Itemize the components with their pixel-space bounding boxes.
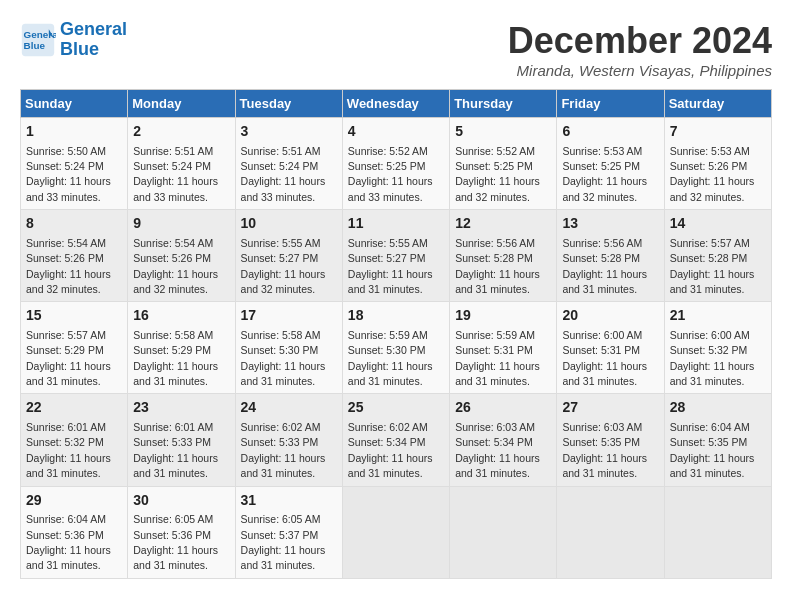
- day-info: Sunrise: 5:51 AMSunset: 5:24 PMDaylight:…: [133, 145, 218, 203]
- day-number: 2: [133, 122, 229, 142]
- calendar-cell: 23Sunrise: 6:01 AMSunset: 5:33 PMDayligh…: [128, 394, 235, 486]
- day-number: 8: [26, 214, 122, 234]
- day-number: 10: [241, 214, 337, 234]
- day-number: 21: [670, 306, 766, 326]
- day-number: 17: [241, 306, 337, 326]
- day-info: Sunrise: 5:56 AMSunset: 5:28 PMDaylight:…: [455, 237, 540, 295]
- calendar-week-1: 8Sunrise: 5:54 AMSunset: 5:26 PMDaylight…: [21, 210, 772, 302]
- calendar-cell: 29Sunrise: 6:04 AMSunset: 5:36 PMDayligh…: [21, 486, 128, 578]
- day-number: 18: [348, 306, 444, 326]
- calendar-cell: 1Sunrise: 5:50 AMSunset: 5:24 PMDaylight…: [21, 118, 128, 210]
- day-info: Sunrise: 6:02 AMSunset: 5:33 PMDaylight:…: [241, 421, 326, 479]
- month-title: December 2024: [508, 20, 772, 62]
- calendar-cell: 14Sunrise: 5:57 AMSunset: 5:28 PMDayligh…: [664, 210, 771, 302]
- day-info: Sunrise: 6:00 AMSunset: 5:32 PMDaylight:…: [670, 329, 755, 387]
- calendar-cell: 4Sunrise: 5:52 AMSunset: 5:25 PMDaylight…: [342, 118, 449, 210]
- day-info: Sunrise: 5:53 AMSunset: 5:26 PMDaylight:…: [670, 145, 755, 203]
- day-number: 28: [670, 398, 766, 418]
- day-number: 6: [562, 122, 658, 142]
- day-number: 13: [562, 214, 658, 234]
- day-info: Sunrise: 6:03 AMSunset: 5:34 PMDaylight:…: [455, 421, 540, 479]
- day-info: Sunrise: 5:54 AMSunset: 5:26 PMDaylight:…: [133, 237, 218, 295]
- title-block: December 2024 Miranda, Western Visayas, …: [508, 20, 772, 79]
- day-info: Sunrise: 5:57 AMSunset: 5:29 PMDaylight:…: [26, 329, 111, 387]
- day-number: 3: [241, 122, 337, 142]
- day-info: Sunrise: 6:02 AMSunset: 5:34 PMDaylight:…: [348, 421, 433, 479]
- day-number: 23: [133, 398, 229, 418]
- calendar-cell: 9Sunrise: 5:54 AMSunset: 5:26 PMDaylight…: [128, 210, 235, 302]
- calendar-week-3: 22Sunrise: 6:01 AMSunset: 5:32 PMDayligh…: [21, 394, 772, 486]
- day-number: 29: [26, 491, 122, 511]
- day-number: 11: [348, 214, 444, 234]
- day-header-thursday: Thursday: [450, 90, 557, 118]
- day-info: Sunrise: 6:04 AMSunset: 5:36 PMDaylight:…: [26, 513, 111, 571]
- day-number: 30: [133, 491, 229, 511]
- calendar-cell: 15Sunrise: 5:57 AMSunset: 5:29 PMDayligh…: [21, 302, 128, 394]
- day-info: Sunrise: 6:03 AMSunset: 5:35 PMDaylight:…: [562, 421, 647, 479]
- calendar-cell: 31Sunrise: 6:05 AMSunset: 5:37 PMDayligh…: [235, 486, 342, 578]
- day-header-tuesday: Tuesday: [235, 90, 342, 118]
- day-number: 25: [348, 398, 444, 418]
- calendar-cell: 13Sunrise: 5:56 AMSunset: 5:28 PMDayligh…: [557, 210, 664, 302]
- day-number: 22: [26, 398, 122, 418]
- day-number: 9: [133, 214, 229, 234]
- calendar-cell: 27Sunrise: 6:03 AMSunset: 5:35 PMDayligh…: [557, 394, 664, 486]
- day-number: 15: [26, 306, 122, 326]
- calendar-cell: [342, 486, 449, 578]
- day-number: 27: [562, 398, 658, 418]
- day-number: 26: [455, 398, 551, 418]
- calendar-cell: 2Sunrise: 5:51 AMSunset: 5:24 PMDaylight…: [128, 118, 235, 210]
- day-info: Sunrise: 5:58 AMSunset: 5:30 PMDaylight:…: [241, 329, 326, 387]
- logo: General Blue GeneralBlue: [20, 20, 127, 60]
- day-number: 31: [241, 491, 337, 511]
- calendar-cell: 25Sunrise: 6:02 AMSunset: 5:34 PMDayligh…: [342, 394, 449, 486]
- day-header-monday: Monday: [128, 90, 235, 118]
- day-info: Sunrise: 5:54 AMSunset: 5:26 PMDaylight:…: [26, 237, 111, 295]
- calendar-body: 1Sunrise: 5:50 AMSunset: 5:24 PMDaylight…: [21, 118, 772, 579]
- day-info: Sunrise: 5:56 AMSunset: 5:28 PMDaylight:…: [562, 237, 647, 295]
- calendar-cell: [557, 486, 664, 578]
- calendar-cell: 17Sunrise: 5:58 AMSunset: 5:30 PMDayligh…: [235, 302, 342, 394]
- day-header-saturday: Saturday: [664, 90, 771, 118]
- calendar-cell: 24Sunrise: 6:02 AMSunset: 5:33 PMDayligh…: [235, 394, 342, 486]
- calendar-table: SundayMondayTuesdayWednesdayThursdayFrid…: [20, 89, 772, 579]
- calendar-cell: 18Sunrise: 5:59 AMSunset: 5:30 PMDayligh…: [342, 302, 449, 394]
- day-info: Sunrise: 5:52 AMSunset: 5:25 PMDaylight:…: [455, 145, 540, 203]
- calendar-cell: 26Sunrise: 6:03 AMSunset: 5:34 PMDayligh…: [450, 394, 557, 486]
- calendar-cell: [450, 486, 557, 578]
- calendar-cell: 12Sunrise: 5:56 AMSunset: 5:28 PMDayligh…: [450, 210, 557, 302]
- day-info: Sunrise: 6:01 AMSunset: 5:32 PMDaylight:…: [26, 421, 111, 479]
- calendar-cell: 3Sunrise: 5:51 AMSunset: 5:24 PMDaylight…: [235, 118, 342, 210]
- day-info: Sunrise: 5:53 AMSunset: 5:25 PMDaylight:…: [562, 145, 647, 203]
- day-info: Sunrise: 5:58 AMSunset: 5:29 PMDaylight:…: [133, 329, 218, 387]
- day-info: Sunrise: 6:05 AMSunset: 5:36 PMDaylight:…: [133, 513, 218, 571]
- location: Miranda, Western Visayas, Philippines: [508, 62, 772, 79]
- day-header-wednesday: Wednesday: [342, 90, 449, 118]
- day-info: Sunrise: 6:05 AMSunset: 5:37 PMDaylight:…: [241, 513, 326, 571]
- calendar-cell: [664, 486, 771, 578]
- day-number: 12: [455, 214, 551, 234]
- day-number: 14: [670, 214, 766, 234]
- calendar-cell: 21Sunrise: 6:00 AMSunset: 5:32 PMDayligh…: [664, 302, 771, 394]
- logo-icon: General Blue: [20, 22, 56, 58]
- calendar-cell: 20Sunrise: 6:00 AMSunset: 5:31 PMDayligh…: [557, 302, 664, 394]
- day-info: Sunrise: 5:51 AMSunset: 5:24 PMDaylight:…: [241, 145, 326, 203]
- day-info: Sunrise: 5:55 AMSunset: 5:27 PMDaylight:…: [348, 237, 433, 295]
- calendar-cell: 10Sunrise: 5:55 AMSunset: 5:27 PMDayligh…: [235, 210, 342, 302]
- calendar-cell: 19Sunrise: 5:59 AMSunset: 5:31 PMDayligh…: [450, 302, 557, 394]
- day-number: 1: [26, 122, 122, 142]
- day-info: Sunrise: 5:55 AMSunset: 5:27 PMDaylight:…: [241, 237, 326, 295]
- day-number: 19: [455, 306, 551, 326]
- calendar-cell: 7Sunrise: 5:53 AMSunset: 5:26 PMDaylight…: [664, 118, 771, 210]
- day-number: 7: [670, 122, 766, 142]
- day-number: 24: [241, 398, 337, 418]
- calendar-cell: 30Sunrise: 6:05 AMSunset: 5:36 PMDayligh…: [128, 486, 235, 578]
- calendar-cell: 11Sunrise: 5:55 AMSunset: 5:27 PMDayligh…: [342, 210, 449, 302]
- day-info: Sunrise: 5:59 AMSunset: 5:31 PMDaylight:…: [455, 329, 540, 387]
- page-header: General Blue GeneralBlue December 2024 M…: [20, 20, 772, 79]
- logo-text: GeneralBlue: [60, 20, 127, 60]
- day-info: Sunrise: 6:04 AMSunset: 5:35 PMDaylight:…: [670, 421, 755, 479]
- day-info: Sunrise: 5:57 AMSunset: 5:28 PMDaylight:…: [670, 237, 755, 295]
- calendar-week-2: 15Sunrise: 5:57 AMSunset: 5:29 PMDayligh…: [21, 302, 772, 394]
- calendar-cell: 22Sunrise: 6:01 AMSunset: 5:32 PMDayligh…: [21, 394, 128, 486]
